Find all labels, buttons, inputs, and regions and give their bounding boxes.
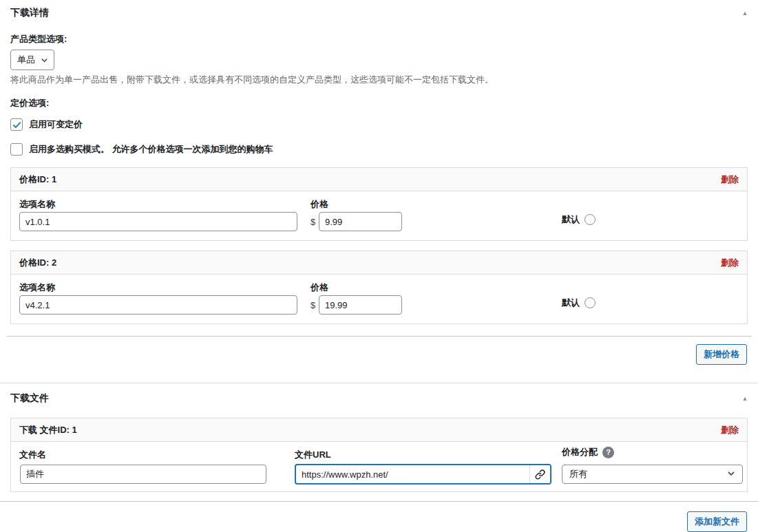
price-row-2-header: 价格ID: 2 删除 [11,251,747,275]
file-url-input[interactable] [296,465,529,483]
price-row-1-body: 选项名称 价格 $ 默认 [11,191,747,241]
multi-option-checkbox[interactable] [10,143,23,156]
price-row-1: 价格ID: 1 删除 选项名称 价格 $ 默认 [10,167,748,241]
price-row-1-id: 价格ID: 1 [19,173,56,186]
chevron-down-icon [41,56,48,64]
price-row-2: 价格ID: 2 删除 选项名称 价格 $ 默认 [10,251,748,324]
file-url-group [295,464,551,485]
download-files-title: 下载文件 [10,392,49,405]
default-radio[interactable] [585,214,596,225]
add-price-button[interactable]: 新增价格 [696,344,747,365]
file-url-label: 文件URL [295,449,331,461]
collapse-files-icon[interactable]: ▲ [738,392,752,405]
default-radio[interactable] [585,297,596,308]
divider [7,336,751,337]
chain-link-icon [534,469,546,480]
multi-option-label: 启用多选购买模式。 允许多个价格选项一次添加到您的购物车 [29,143,273,156]
product-type-select[interactable]: 单品 [10,50,54,70]
option-name-label: 选项名称 [19,198,55,211]
product-type-description: 将此商品作为单一产品出售，附带下载文件，或选择具有不同选项的自定义产品类型，这些… [10,74,494,86]
variable-pricing-label: 启用可变定价 [29,118,83,131]
attach-file-button[interactable] [529,465,550,483]
file-row-1-body: 文件名 文件URL 价格分配 ? 所有 [11,442,747,492]
multi-option-row: 启用多选购买模式。 允许多个价格选项一次添加到您的购物车 [10,143,273,156]
price-assignment-select[interactable]: 所有 [562,465,743,484]
default-label: 默认 [562,213,580,226]
option-name-input[interactable] [19,295,297,315]
product-type-label: 产品类型选项: [10,33,67,45]
variable-pricing-checkbox[interactable] [10,118,23,131]
help-icon[interactable]: ? [602,447,614,458]
currency-symbol: $ [310,217,315,227]
section-divider [0,383,758,383]
price-row-1-delete-link[interactable]: 删除 [721,173,739,186]
variable-pricing-row: 启用可变定价 [10,118,83,131]
option-name-label: 选项名称 [19,281,55,294]
product-type-selected: 单品 [17,54,35,66]
price-assignment-selected: 所有 [569,468,587,480]
price-input[interactable] [319,212,402,231]
pricing-options-label: 定价选项: [10,97,49,109]
price-input[interactable] [319,295,402,315]
price-row-2-body: 选项名称 价格 $ 默认 [11,275,747,324]
file-name-label: 文件名 [19,449,46,461]
checkmark-icon [12,120,21,129]
file-row-1: 下载 文件ID: 1 删除 文件名 文件URL 价格分配 ? 所有 [10,418,748,492]
download-details-page: 下载详情 ▲ 产品类型选项: 单品 将此商品作为单一产品出售，附带下载文件，或选… [0,0,758,532]
download-details-title: 下载详情 [10,7,49,19]
chevron-down-icon [727,469,735,480]
file-row-1-header: 下载 文件ID: 1 删除 [11,418,747,442]
price-assignment-label-row: 价格分配 ? [562,446,614,458]
currency-symbol: $ [310,300,315,310]
collapse-details-icon[interactable]: ▲ [738,6,752,20]
price-assignment-label: 价格分配 [562,446,598,458]
price-label: 价格 [310,281,328,294]
option-name-input[interactable] [19,212,297,231]
divider [0,501,758,502]
price-row-2-id: 价格ID: 2 [19,257,56,269]
price-row-1-header: 价格ID: 1 删除 [11,168,747,191]
price-row-2-delete-link[interactable]: 删除 [721,257,739,269]
file-row-1-id: 下载 文件ID: 1 [19,424,77,436]
file-row-1-delete-link[interactable]: 删除 [721,424,739,436]
file-name-input[interactable] [20,465,266,484]
default-option-wrap: 默认 [562,213,596,226]
price-label: 价格 [310,198,328,211]
default-label: 默认 [562,297,580,309]
add-file-button[interactable]: 添加新文件 [687,511,747,532]
default-option-wrap: 默认 [562,297,596,309]
